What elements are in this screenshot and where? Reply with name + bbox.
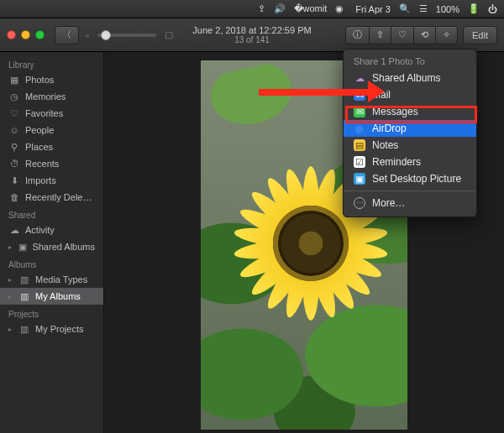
share-item-label: Messages bbox=[372, 106, 418, 117]
cloud-icon: ☁ bbox=[354, 72, 365, 84]
menubar-clock[interactable]: Fri Apr 3 bbox=[355, 4, 391, 14]
sidebar-header-shared: Shared bbox=[0, 206, 103, 222]
favorite-button[interactable]: ♡ bbox=[391, 26, 413, 44]
heart-icon: ♡ bbox=[391, 29, 413, 40]
sidebar-item-recents[interactable]: ⏱Recents bbox=[0, 155, 103, 172]
info-icon: ⓘ bbox=[346, 29, 369, 41]
edit-button[interactable]: Edit bbox=[463, 26, 497, 44]
sidebar-item-recently-deleted[interactable]: 🗑Recently Dele… bbox=[0, 189, 103, 206]
mail-icon: ✉ bbox=[354, 89, 365, 101]
share-item-airdrop[interactable]: ◎AirDrop bbox=[344, 120, 476, 137]
power-icon[interactable]: ⏻ bbox=[488, 4, 497, 14]
minimize-window-button[interactable] bbox=[21, 30, 30, 39]
wifi-icon[interactable]: �womit bbox=[294, 3, 328, 14]
people-icon: ☺ bbox=[8, 125, 20, 135]
folder-icon: ▥ bbox=[18, 291, 30, 302]
sidebar: Library ▦Photos ◷Memories ♡Favorites ☺Pe… bbox=[0, 52, 104, 433]
edit-label: Edit bbox=[472, 30, 488, 40]
share-item-notes[interactable]: ▤Notes bbox=[344, 137, 476, 154]
share-item-more[interactable]: ⋯More… bbox=[344, 195, 476, 211]
share-item-label: Mail bbox=[372, 89, 391, 101]
sidebar-item-label: Favorites bbox=[25, 108, 63, 118]
back-button[interactable]: 〈 bbox=[55, 26, 79, 44]
airdrop-icon: ◎ bbox=[354, 123, 365, 134]
sidebar-item-label: Media Types bbox=[35, 274, 87, 284]
photo-subtitle: 13 of 141 bbox=[192, 35, 311, 45]
sidebar-item-my-albums[interactable]: ▸▥My Albums bbox=[0, 288, 103, 305]
photo-title: June 2, 2018 at 12:22:59 PM bbox=[192, 25, 311, 35]
share-item-messages[interactable]: ✉Messages bbox=[344, 103, 476, 120]
share-menu-title: Share 1 Photo To bbox=[344, 55, 476, 70]
enhance-button[interactable]: ✧ bbox=[435, 26, 458, 44]
share-item-label: Shared Albums bbox=[372, 72, 440, 84]
share-menu: Share 1 Photo To ☁Shared Albums ✉Mail ✉M… bbox=[343, 49, 477, 217]
sidebar-item-label: Recents bbox=[25, 159, 59, 169]
share-item-label: AirDrop bbox=[372, 123, 407, 134]
sidebar-item-favorites[interactable]: ♡Favorites bbox=[0, 105, 103, 122]
battery-percent[interactable]: 100% bbox=[436, 4, 459, 14]
share-item-reminders[interactable]: ☑Reminders bbox=[344, 154, 476, 170]
chevron-left-icon: 〈 bbox=[55, 29, 78, 41]
up-arrow-icon[interactable]: ⇪ bbox=[258, 3, 265, 14]
wand-icon: ✧ bbox=[436, 29, 457, 40]
folder-icon: ▥ bbox=[18, 274, 30, 285]
control-center-icon[interactable]: ☰ bbox=[419, 3, 428, 14]
sidebar-item-people[interactable]: ☺People bbox=[0, 122, 103, 138]
sidebar-item-photos[interactable]: ▦Photos bbox=[0, 71, 103, 88]
messages-icon: ✉ bbox=[354, 106, 365, 117]
volume-icon[interactable]: 🔊 bbox=[274, 3, 286, 14]
zoom-slider[interactable] bbox=[97, 34, 156, 37]
sidebar-item-media-types[interactable]: ▸▥Media Types bbox=[0, 271, 103, 288]
chevron-right-icon: ▸ bbox=[8, 243, 12, 251]
search-icon[interactable]: 🔍 bbox=[399, 3, 411, 14]
recents-icon: ⏱ bbox=[8, 159, 20, 169]
sidebar-item-label: My Projects bbox=[35, 324, 83, 334]
share-item-shared-albums[interactable]: ☁Shared Albums bbox=[344, 70, 476, 86]
desktop-icon: ▣ bbox=[354, 173, 365, 185]
zoom-window-button[interactable] bbox=[35, 30, 45, 39]
sidebar-item-label: Imports bbox=[25, 175, 56, 185]
imports-icon: ⬇ bbox=[8, 175, 20, 186]
info-button[interactable]: ⓘ bbox=[345, 26, 369, 44]
sidebar-item-imports[interactable]: ⬇Imports bbox=[0, 172, 103, 189]
rotate-button[interactable]: ⟲ bbox=[413, 26, 435, 44]
sidebar-item-label: Photos bbox=[25, 75, 54, 85]
close-window-button[interactable] bbox=[7, 30, 16, 39]
sidebar-header-albums: Albums bbox=[0, 255, 103, 271]
notes-icon: ▤ bbox=[354, 139, 365, 151]
sidebar-item-places[interactable]: ⚲Places bbox=[0, 138, 103, 155]
menu-separator bbox=[344, 190, 476, 191]
macos-menubar: ⇪ 🔊 �womit ◉ Fri Apr 3 🔍 ☰ 100% 🔋 ⏻ bbox=[0, 0, 504, 18]
zoom-large-icon: ▢ bbox=[165, 29, 173, 40]
more-icon: ⋯ bbox=[354, 197, 365, 209]
sidebar-item-activity[interactable]: ☁Activity bbox=[0, 222, 103, 238]
memories-icon: ◷ bbox=[8, 91, 20, 102]
share-button[interactable]: ⇧ bbox=[369, 26, 391, 44]
share-item-label: Notes bbox=[372, 139, 398, 151]
share-item-set-desktop[interactable]: ▣Set Desktop Picture bbox=[344, 170, 476, 187]
reminders-icon: ☑ bbox=[354, 156, 365, 168]
zoom-small-icon: ▫ bbox=[86, 30, 89, 40]
sidebar-item-label: Shared Albums bbox=[32, 242, 95, 252]
favorites-icon: ♡ bbox=[8, 108, 20, 119]
sidebar-item-shared-albums[interactable]: ▸▣Shared Albums bbox=[0, 238, 103, 255]
sidebar-header-projects: Projects bbox=[0, 305, 103, 321]
folder-icon: ▥ bbox=[18, 324, 30, 335]
wifi-icon[interactable]: ◉ bbox=[335, 3, 344, 14]
trash-icon: 🗑 bbox=[8, 192, 20, 202]
sidebar-item-memories[interactable]: ◷Memories bbox=[0, 88, 103, 105]
battery-icon[interactable]: 🔋 bbox=[468, 3, 480, 14]
sidebar-item-label: Places bbox=[25, 142, 53, 152]
share-item-label: More… bbox=[372, 197, 405, 209]
share-item-label: Set Desktop Picture bbox=[372, 173, 461, 185]
shared-albums-icon: ▣ bbox=[18, 242, 27, 253]
chevron-right-icon: ▸ bbox=[8, 293, 12, 300]
sidebar-item-my-projects[interactable]: ▸▥My Projects bbox=[0, 321, 103, 337]
sidebar-item-label: My Albums bbox=[35, 291, 81, 301]
photo-title-block: June 2, 2018 at 12:22:59 PM 13 of 141 bbox=[192, 25, 311, 45]
rotate-icon: ⟲ bbox=[414, 29, 435, 40]
share-item-mail[interactable]: ✉Mail bbox=[344, 86, 476, 103]
chevron-right-icon: ▸ bbox=[8, 326, 12, 333]
zoom-knob[interactable] bbox=[101, 30, 111, 40]
sidebar-item-label: People bbox=[25, 125, 54, 135]
